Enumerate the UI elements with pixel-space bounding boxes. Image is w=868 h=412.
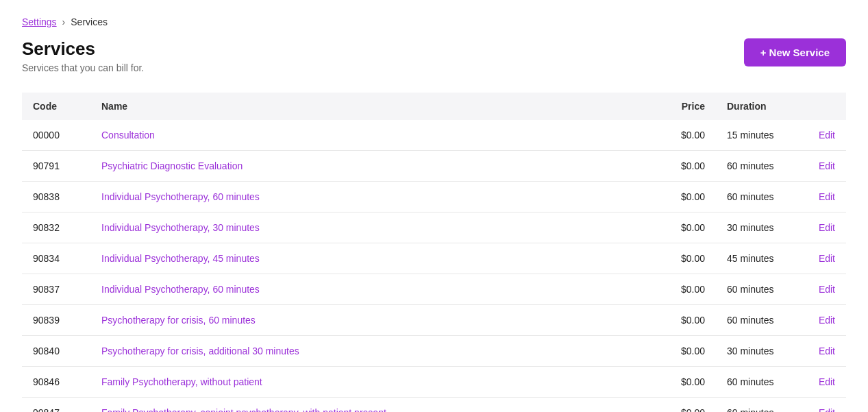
service-name-link[interactable]: Psychotherapy for crisis, 60 minutes [101, 315, 256, 326]
edit-service-link[interactable]: Edit [819, 222, 835, 233]
service-price: $0.00 [647, 213, 716, 243]
breadcrumb: Settings › Services [22, 16, 846, 27]
service-duration: 30 minutes [716, 213, 805, 243]
service-name-link[interactable]: Family Psychotherapy, without patient [101, 376, 262, 387]
service-name-cell: Family Psychotherapy, conjoint psychothe… [90, 398, 647, 413]
service-price: $0.00 [647, 274, 716, 305]
service-price: $0.00 [647, 151, 716, 182]
service-code: 90832 [22, 213, 90, 243]
service-name-cell: Psychotherapy for crisis, 60 minutes [90, 305, 647, 336]
service-actions: Edit [805, 274, 846, 305]
edit-service-link[interactable]: Edit [819, 284, 835, 295]
service-name-link[interactable]: Individual Psychotherapy, 60 minutes [101, 191, 260, 202]
service-name-link[interactable]: Psychiatric Diagnostic Evaluation [101, 160, 243, 171]
service-price: $0.00 [647, 182, 716, 213]
edit-service-link[interactable]: Edit [819, 130, 835, 141]
table-row: 90839Psychotherapy for crisis, 60 minute… [22, 305, 846, 336]
service-code: 90840 [22, 336, 90, 367]
table-header-row: Code Name Price Duration [22, 93, 846, 120]
service-duration: 60 minutes [716, 274, 805, 305]
service-actions: Edit [805, 151, 846, 182]
edit-service-link[interactable]: Edit [819, 160, 835, 171]
service-actions: Edit [805, 305, 846, 336]
table-row: 90847Family Psychotherapy, conjoint psyc… [22, 398, 846, 413]
table-row: 90837Individual Psychotherapy, 60 minute… [22, 274, 846, 305]
service-actions: Edit [805, 398, 846, 413]
service-duration: 60 minutes [716, 151, 805, 182]
service-price: $0.00 [647, 305, 716, 336]
service-name-cell: Individual Psychotherapy, 60 minutes [90, 182, 647, 213]
service-code: 90791 [22, 151, 90, 182]
column-header-actions [805, 93, 846, 120]
page-title: Services [22, 38, 144, 60]
service-price: $0.00 [647, 398, 716, 413]
breadcrumb-current: Services [71, 16, 108, 27]
service-duration: 60 minutes [716, 398, 805, 413]
service-code: 90839 [22, 305, 90, 336]
page-header: Services Services that you can bill for.… [22, 38, 846, 73]
edit-service-link[interactable]: Edit [819, 253, 835, 264]
service-actions: Edit [805, 367, 846, 398]
service-code: 90837 [22, 274, 90, 305]
service-actions: Edit [805, 336, 846, 367]
service-name-link[interactable]: Consultation [101, 130, 155, 141]
page-subtitle: Services that you can bill for. [22, 62, 144, 73]
services-table: Code Name Price Duration 00000Consultati… [22, 93, 846, 412]
service-actions: Edit [805, 243, 846, 274]
service-price: $0.00 [647, 243, 716, 274]
service-actions: Edit [805, 120, 846, 151]
edit-service-link[interactable]: Edit [819, 407, 835, 412]
service-name-link[interactable]: Individual Psychotherapy, 30 minutes [101, 222, 260, 233]
service-code: 90834 [22, 243, 90, 274]
service-duration: 60 minutes [716, 305, 805, 336]
service-name-cell: Psychiatric Diagnostic Evaluation [90, 151, 647, 182]
service-code: 90838 [22, 182, 90, 213]
column-header-duration: Duration [716, 93, 805, 120]
breadcrumb-separator: › [62, 16, 66, 27]
new-service-button[interactable]: + New Service [744, 38, 846, 66]
service-name-cell: Psychotherapy for crisis, additional 30 … [90, 336, 647, 367]
edit-service-link[interactable]: Edit [819, 346, 835, 356]
table-row: 90832Individual Psychotherapy, 30 minute… [22, 213, 846, 243]
column-header-name: Name [90, 93, 647, 120]
table-row: 90834Individual Psychotherapy, 45 minute… [22, 243, 846, 274]
table-row: 90838Individual Psychotherapy, 60 minute… [22, 182, 846, 213]
table-row: 90840Psychotherapy for crisis, additiona… [22, 336, 846, 367]
service-code: 00000 [22, 120, 90, 151]
service-code: 90847 [22, 398, 90, 413]
table-body: 00000Consultation$0.0015 minutesEdit9079… [22, 120, 846, 412]
service-name-cell: Individual Psychotherapy, 60 minutes [90, 274, 647, 305]
page-container: Settings › Services Services Services th… [0, 0, 868, 412]
service-duration: 45 minutes [716, 243, 805, 274]
service-duration: 30 minutes [716, 336, 805, 367]
table-row: 00000Consultation$0.0015 minutesEdit [22, 120, 846, 151]
service-price: $0.00 [647, 336, 716, 367]
service-name-link[interactable]: Psychotherapy for crisis, additional 30 … [101, 346, 299, 356]
table-header: Code Name Price Duration [22, 93, 846, 120]
edit-service-link[interactable]: Edit [819, 315, 835, 326]
table-row: 90791Psychiatric Diagnostic Evaluation$0… [22, 151, 846, 182]
service-price: $0.00 [647, 120, 716, 151]
service-name-link[interactable]: Family Psychotherapy, conjoint psychothe… [101, 407, 386, 412]
service-price: $0.00 [647, 367, 716, 398]
service-name-link[interactable]: Individual Psychotherapy, 45 minutes [101, 253, 260, 264]
edit-service-link[interactable]: Edit [819, 191, 835, 202]
service-name-cell: Consultation [90, 120, 647, 151]
page-title-section: Services Services that you can bill for. [22, 38, 144, 73]
service-duration: 15 minutes [716, 120, 805, 151]
service-actions: Edit [805, 182, 846, 213]
service-duration: 60 minutes [716, 367, 805, 398]
service-code: 90846 [22, 367, 90, 398]
table-row: 90846Family Psychotherapy, without patie… [22, 367, 846, 398]
breadcrumb-settings-link[interactable]: Settings [22, 16, 57, 27]
edit-service-link[interactable]: Edit [819, 376, 835, 387]
service-name-cell: Individual Psychotherapy, 30 minutes [90, 213, 647, 243]
column-header-code: Code [22, 93, 90, 120]
column-header-price: Price [647, 93, 716, 120]
service-name-link[interactable]: Individual Psychotherapy, 60 minutes [101, 284, 260, 295]
service-duration: 60 minutes [716, 182, 805, 213]
service-name-cell: Individual Psychotherapy, 45 minutes [90, 243, 647, 274]
service-name-cell: Family Psychotherapy, without patient [90, 367, 647, 398]
service-actions: Edit [805, 213, 846, 243]
